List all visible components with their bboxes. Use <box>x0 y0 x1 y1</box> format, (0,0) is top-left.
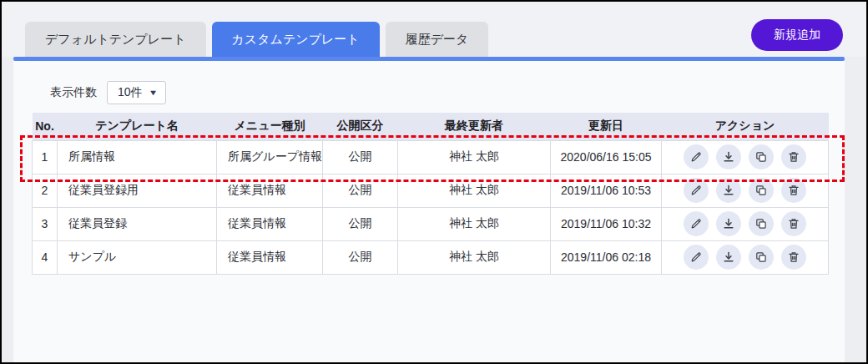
download-icon <box>722 184 735 197</box>
cell-updated-at: 2019/11/06 10:53 <box>551 174 662 207</box>
cell-updated-by: 神社 太郎 <box>398 174 551 207</box>
column-header: アクション <box>662 113 829 140</box>
column-header: テンプレート名 <box>58 113 217 140</box>
delete-button[interactable] <box>781 245 806 270</box>
cell-template-name: 従業員登録 <box>58 207 217 240</box>
action-buttons <box>662 211 828 236</box>
cell-no: 2 <box>33 174 58 207</box>
edit-button[interactable] <box>684 245 709 270</box>
cell-visibility: 公開 <box>323 240 398 274</box>
edit-button[interactable] <box>684 144 709 169</box>
cell-no: 1 <box>33 140 58 174</box>
tab-label: カスタムテンプレート <box>232 32 360 46</box>
download-button[interactable] <box>716 144 741 169</box>
tab-bar: デフォルトテンプレート カスタムテンプレート 履歴データ <box>25 22 488 57</box>
download-button[interactable] <box>716 245 741 270</box>
table-row: 1 所属情報 所属グループ情報 公開 神社 太郎 2020/06/16 15:0… <box>33 140 829 174</box>
cell-menu-type: 所属グループ情報 <box>217 140 323 174</box>
download-button[interactable] <box>716 178 741 203</box>
copy-icon <box>754 150 768 164</box>
duplicate-button[interactable] <box>749 245 774 270</box>
table-row: 3 従業員登録 従業員情報 公開 神社 太郎 2019/11/06 10:32 <box>33 207 829 240</box>
cell-updated-by: 神社 太郎 <box>398 207 551 240</box>
trash-icon <box>787 150 800 164</box>
cell-updated-at: 2019/11/06 02:18 <box>551 240 662 274</box>
pencil-icon <box>689 250 703 264</box>
delete-button[interactable] <box>781 178 806 203</box>
delete-button[interactable] <box>781 144 806 169</box>
table-head: No.テンプレート名メニュー種別公開区分最終更新者更新日アクション <box>33 113 829 140</box>
action-buttons <box>662 144 828 169</box>
tab-history-data[interactable]: 履歴データ <box>386 22 489 57</box>
cell-template-name: 所属情報 <box>58 140 217 174</box>
table-header-row: No.テンプレート名メニュー種別公開区分最終更新者更新日アクション <box>33 113 829 140</box>
cell-template-name: サンプル <box>58 240 217 274</box>
caret-down-icon: ▼ <box>148 88 158 97</box>
column-header: 更新日 <box>551 113 662 140</box>
duplicate-button[interactable] <box>749 144 774 169</box>
pencil-icon <box>689 217 703 230</box>
cell-template-name: 従業員登録用 <box>58 174 217 207</box>
active-tab-underline <box>13 57 845 61</box>
template-table: No.テンプレート名メニュー種別公開区分最終更新者更新日アクション 1 所属情報… <box>32 113 829 275</box>
copy-icon <box>754 250 768 264</box>
download-icon <box>722 217 735 230</box>
cell-menu-type: 従業員情報 <box>217 174 323 207</box>
cell-updated-by: 神社 太郎 <box>398 140 551 174</box>
edit-button[interactable] <box>684 211 709 236</box>
page-size-label: 表示件数 <box>50 85 97 100</box>
trash-icon <box>787 184 800 197</box>
download-icon <box>722 150 735 164</box>
cell-visibility: 公開 <box>323 140 398 174</box>
download-button[interactable] <box>716 211 741 236</box>
list-controls: 表示件数 10件 ▼ <box>50 81 845 104</box>
content-panel: 表示件数 10件 ▼ No.テンプレート名メニュー種別公開区分最終更新者更新日ア… <box>13 61 845 362</box>
cell-visibility: 公開 <box>323 207 398 240</box>
cell-menu-type: 従業員情報 <box>217 240 323 274</box>
column-header: メニュー種別 <box>217 113 323 140</box>
edit-button[interactable] <box>684 178 709 203</box>
table-body: 1 所属情報 所属グループ情報 公開 神社 太郎 2020/06/16 15:0… <box>33 140 829 274</box>
tab-area: デフォルトテンプレート カスタムテンプレート 履歴データ <box>2 2 866 57</box>
column-header: 公開区分 <box>323 113 398 140</box>
duplicate-button[interactable] <box>749 211 774 236</box>
page-size-select[interactable]: 10件 ▼ <box>107 81 166 104</box>
add-new-button[interactable]: 新規追加 <box>751 19 843 51</box>
cell-actions <box>662 140 829 174</box>
column-header: No. <box>33 113 58 140</box>
cell-actions <box>662 207 829 240</box>
page-size-value: 10件 <box>118 85 143 100</box>
cell-visibility: 公開 <box>323 174 398 207</box>
cell-updated-at: 2020/06/16 15:05 <box>551 140 662 174</box>
trash-icon <box>787 250 800 264</box>
pencil-icon <box>689 150 703 164</box>
tab-label: 履歴データ <box>406 32 469 46</box>
copy-icon <box>754 184 768 197</box>
cell-actions <box>662 240 829 274</box>
duplicate-button[interactable] <box>749 178 774 203</box>
column-header: 最終更新者 <box>398 113 551 140</box>
cell-menu-type: 従業員情報 <box>217 207 323 240</box>
tab-default-template[interactable]: デフォルトテンプレート <box>25 22 206 57</box>
delete-button[interactable] <box>781 211 806 236</box>
action-buttons <box>662 178 828 203</box>
trash-icon <box>787 217 800 230</box>
action-buttons <box>662 245 828 270</box>
cell-updated-at: 2019/11/06 10:32 <box>551 207 662 240</box>
pencil-icon <box>689 184 703 197</box>
tab-label: デフォルトテンプレート <box>45 32 186 46</box>
cell-no: 3 <box>33 207 58 240</box>
download-icon <box>722 250 735 264</box>
tab-custom-template[interactable]: カスタムテンプレート <box>212 22 380 57</box>
cell-actions <box>662 174 829 207</box>
template-management-screen: デフォルトテンプレート カスタムテンプレート 履歴データ 新規追加 表示件数 1… <box>0 0 868 364</box>
copy-icon <box>754 217 768 230</box>
cell-no: 4 <box>33 240 58 274</box>
table-row: 2 従業員登録用 従業員情報 公開 神社 太郎 2019/11/06 10:53 <box>33 174 829 207</box>
table-row: 4 サンプル 従業員情報 公開 神社 太郎 2019/11/06 02:18 <box>33 240 829 274</box>
cell-updated-by: 神社 太郎 <box>398 240 551 274</box>
